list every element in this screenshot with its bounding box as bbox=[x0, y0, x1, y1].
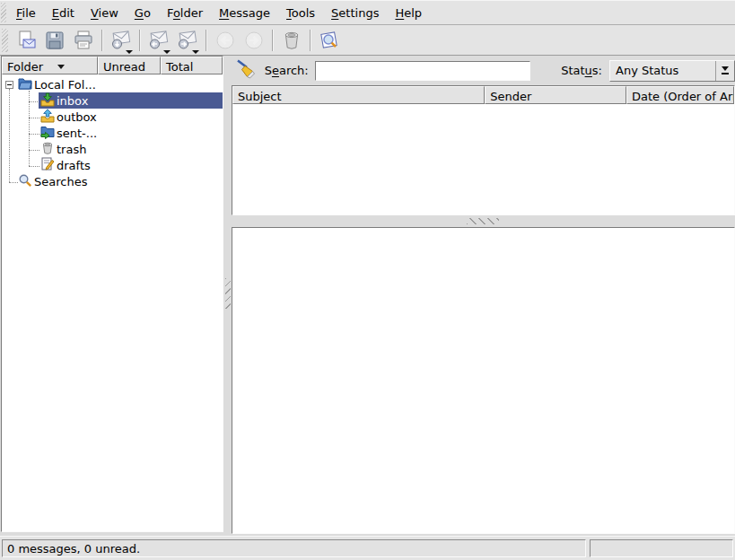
status-filter-label: Status: bbox=[561, 64, 602, 77]
reply-button[interactable] bbox=[145, 27, 172, 54]
menu-tools[interactable]: Tools bbox=[278, 3, 323, 23]
dropdown-arrow-button[interactable] bbox=[715, 61, 734, 81]
sent-folder-icon bbox=[40, 125, 55, 142]
column-header-total[interactable]: Total bbox=[161, 57, 223, 74]
forward-nav-button[interactable] bbox=[241, 27, 267, 54]
expander-minus-icon[interactable] bbox=[5, 81, 13, 89]
column-header-folder[interactable]: Folder bbox=[2, 57, 98, 74]
toolbar-grip-handle[interactable] bbox=[2, 29, 8, 52]
status-filter-value: Any Status bbox=[610, 64, 715, 77]
forward-dropdown-caret-icon bbox=[192, 50, 199, 54]
find-icon bbox=[319, 30, 340, 51]
menu-settings-label: Settings bbox=[331, 6, 379, 20]
column-header-sender-label: Sender bbox=[490, 90, 531, 103]
folder-row-sent[interactable]: sent-... bbox=[39, 125, 97, 141]
folder-row-trash[interactable]: trash bbox=[39, 141, 86, 157]
mail-forward-icon bbox=[177, 30, 198, 51]
folder-label-inbox: inbox bbox=[57, 94, 88, 108]
menu-file[interactable]: File bbox=[8, 3, 44, 23]
folder-row-local-folders[interactable]: Local Fol... bbox=[18, 76, 96, 92]
new-message-button[interactable] bbox=[13, 27, 39, 54]
mail-client-window: File Edit View Go Folder Message Tools S… bbox=[0, 0, 735, 560]
trash-button[interactable] bbox=[278, 27, 305, 54]
chevron-down-icon bbox=[722, 66, 729, 71]
broom-icon bbox=[235, 58, 257, 83]
toolbar-separator bbox=[206, 30, 207, 51]
splitter-grip-icon bbox=[467, 218, 499, 224]
menu-settings[interactable]: Settings bbox=[323, 3, 387, 23]
quick-search-bar: Search: Status: Any Status bbox=[232, 56, 735, 85]
message-preview-pane[interactable] bbox=[232, 227, 735, 534]
menu-view[interactable]: View bbox=[83, 3, 127, 23]
column-header-subject-label: Subject bbox=[238, 90, 282, 103]
menu-message[interactable]: Message bbox=[211, 3, 278, 23]
folder-label-searches: Searches bbox=[34, 175, 87, 188]
search-folder-icon bbox=[18, 173, 32, 190]
folder-label-trash: trash bbox=[57, 143, 86, 156]
folder-row-inbox[interactable]: inbox bbox=[39, 92, 223, 109]
message-list: Subject Sender Date (Order of Arrival) bbox=[232, 85, 735, 215]
column-header-unread-label: Unread bbox=[103, 60, 145, 74]
menu-edit[interactable]: Edit bbox=[44, 3, 83, 23]
save-button[interactable] bbox=[41, 27, 68, 54]
menu-view-label: View bbox=[91, 6, 118, 20]
menubar-grip-handle[interactable] bbox=[1, 3, 6, 22]
nav-back-icon bbox=[214, 30, 236, 51]
folder-row-outbox[interactable]: outbox bbox=[39, 109, 97, 125]
folder-row-drafts[interactable]: drafts bbox=[39, 157, 91, 173]
find-messages-button[interactable] bbox=[316, 27, 343, 54]
status-filter-dropdown[interactable]: Any Status bbox=[609, 60, 735, 82]
print-button[interactable] bbox=[70, 27, 97, 54]
main-area: Folder Unread Total bbox=[0, 56, 735, 536]
status-message-text: 0 messages, 0 unread. bbox=[7, 542, 140, 556]
folder-tree: Local Fol... inbox bbox=[2, 74, 223, 531]
toolbar-separator bbox=[310, 30, 311, 51]
forward-button[interactable] bbox=[174, 27, 201, 54]
outbox-icon bbox=[40, 109, 55, 126]
message-area: Search: Status: Any Status Subject bbox=[232, 56, 735, 534]
status-bar: 0 messages, 0 unread. bbox=[0, 536, 735, 560]
main-toolbar bbox=[0, 25, 735, 56]
trash-folder-icon bbox=[40, 141, 55, 158]
inbox-icon bbox=[40, 92, 55, 109]
horizontal-splitter-handle[interactable] bbox=[232, 215, 735, 227]
column-header-subject[interactable]: Subject bbox=[232, 86, 485, 104]
sort-indicator-icon bbox=[57, 65, 65, 69]
column-header-total-label: Total bbox=[166, 60, 193, 74]
menu-go[interactable]: Go bbox=[127, 3, 159, 23]
menu-file-label: File bbox=[16, 6, 36, 20]
folder-label-drafts: drafts bbox=[57, 159, 91, 172]
message-list-header: Subject Sender Date (Order of Arrival) bbox=[232, 86, 734, 104]
folder-row-searches[interactable]: Searches bbox=[18, 173, 87, 189]
back-button[interactable] bbox=[212, 27, 239, 54]
column-header-folder-label: Folder bbox=[7, 60, 43, 74]
nav-forward-icon bbox=[243, 30, 265, 51]
message-list-body[interactable] bbox=[232, 104, 734, 214]
check-mail-dropdown-caret-icon bbox=[126, 50, 133, 54]
toolbar-separator bbox=[272, 30, 274, 51]
menu-help[interactable]: Help bbox=[387, 3, 430, 23]
toolbar-separator bbox=[101, 30, 103, 51]
menu-folder-label: Folder bbox=[167, 6, 203, 20]
toolbar-separator bbox=[139, 30, 141, 51]
reply-dropdown-caret-icon bbox=[163, 50, 171, 54]
clear-search-button[interactable] bbox=[235, 59, 258, 83]
menu-edit-label: Edit bbox=[52, 6, 74, 20]
column-header-sender[interactable]: Sender bbox=[485, 86, 626, 104]
folder-label-local-folders: Local Fol... bbox=[34, 78, 96, 92]
vertical-splitter-handle[interactable] bbox=[224, 56, 232, 534]
tree-guide-line bbox=[9, 89, 10, 182]
mail-new-icon bbox=[15, 30, 37, 51]
search-input[interactable] bbox=[315, 61, 530, 81]
print-icon bbox=[73, 30, 94, 51]
menu-bar: File Edit View Go Folder Message Tools S… bbox=[0, 0, 735, 25]
menu-folder[interactable]: Folder bbox=[159, 3, 211, 23]
column-header-date-label: Date (Order of Arrival) bbox=[632, 90, 734, 103]
menu-message-label: Message bbox=[219, 6, 270, 20]
column-header-unread[interactable]: Unread bbox=[98, 57, 161, 74]
check-mail-button[interactable] bbox=[108, 27, 135, 54]
dropdown-dash-icon bbox=[722, 73, 729, 74]
splitter-grip-icon bbox=[225, 278, 231, 309]
column-header-date[interactable]: Date (Order of Arrival) bbox=[626, 86, 734, 104]
folder-label-sent: sent-... bbox=[57, 127, 97, 140]
